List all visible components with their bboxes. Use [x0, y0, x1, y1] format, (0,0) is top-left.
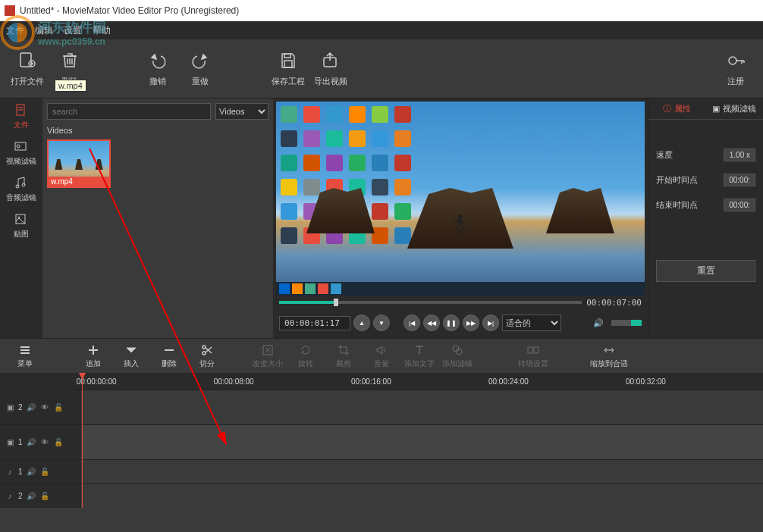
- preview-viewport[interactable]: [276, 102, 645, 296]
- svg-rect-32: [534, 347, 538, 353]
- export-video-button[interactable]: 导出视频: [309, 45, 352, 93]
- lock-icon[interactable]: 🔓: [39, 491, 50, 502]
- fit-select[interactable]: 适合的: [502, 315, 561, 331]
- rewind-button[interactable]: ◀◀: [423, 315, 440, 331]
- tab-sticker[interactable]: 贴图: [0, 208, 42, 244]
- split-icon: [200, 343, 214, 357]
- export-icon: [320, 50, 341, 71]
- video-track-icon: ▣: [5, 437, 15, 448]
- audio-track-icon: ♪: [5, 491, 15, 502]
- forward-button[interactable]: ▶▶: [463, 315, 479, 331]
- mute-icon[interactable]: 🔊: [26, 491, 36, 502]
- save-icon: [278, 50, 299, 71]
- side-tabs: 文件 视频滤镜 音频滤镜 贴图: [0, 99, 42, 338]
- svg-rect-7: [284, 54, 290, 58]
- save-project-button[interactable]: 保存工程: [267, 45, 309, 93]
- end-time-value[interactable]: 00:00:: [724, 199, 755, 211]
- video-track-1[interactable]: ▣1🔊👁🔓: [0, 424, 763, 459]
- eye-icon[interactable]: 👁: [39, 437, 50, 448]
- lock-icon[interactable]: 🔓: [53, 402, 64, 413]
- tab-properties[interactable]: ⓘ属性: [648, 99, 706, 119]
- tab-files[interactable]: 文件: [0, 99, 42, 135]
- skip-start-button[interactable]: |◀: [403, 315, 420, 331]
- category-select[interactable]: Videos: [215, 103, 268, 120]
- add-filter-icon: [451, 343, 464, 357]
- key-icon: [725, 50, 746, 71]
- timeline-ruler[interactable]: 00:00:00:00 00:00:08:00 00:00:16:00 00:0…: [0, 373, 763, 390]
- video-thumbnail[interactable]: w.mp4: [47, 139, 111, 188]
- lock-icon[interactable]: 🔓: [39, 467, 50, 477]
- open-icon: [17, 50, 38, 71]
- undo-button[interactable]: 撤销: [137, 45, 179, 93]
- undo-icon: [147, 50, 168, 71]
- end-time-label: 结束时间点: [656, 199, 698, 211]
- files-panel: Videos Videos w.mp4 w.mp4: [42, 99, 273, 338]
- menu-icon: [18, 343, 32, 357]
- redo-icon: [190, 50, 211, 71]
- audio-track-1[interactable]: ♪1🔊🔓: [0, 459, 763, 483]
- svg-point-10: [729, 57, 736, 64]
- eye-icon[interactable]: 👁: [39, 402, 50, 413]
- time-down-button[interactable]: ▼: [373, 315, 390, 331]
- resize-button: 改变大小: [249, 343, 287, 369]
- filter-icon: ▣: [712, 104, 720, 114]
- svg-point-26: [203, 346, 206, 349]
- insert-button[interactable]: 插入: [112, 343, 150, 369]
- volume-slider[interactable]: [611, 320, 642, 326]
- split-button[interactable]: 切分: [188, 343, 226, 369]
- redo-button[interactable]: 重做: [179, 45, 221, 93]
- total-time: 00:00:07:00: [586, 298, 642, 308]
- delete-clip-button[interactable]: 删除: [150, 343, 188, 369]
- main-toolbar: 打开文件 删除 撤销 重做 保存工程 导出视频 注册: [0, 39, 763, 99]
- trash-icon: [59, 50, 80, 71]
- speed-value[interactable]: 1.00 x: [724, 149, 755, 161]
- video-track-icon: ▣: [5, 402, 15, 413]
- timeline-toolbar: 菜单 追加 插入 删除 切分 改变大小 旋转 裁剪 音量 添加文字 添加滤镜 转…: [0, 338, 763, 373]
- transition-icon: [526, 343, 540, 357]
- titlebar: Untitled* - MovieMator Video Editor Pro …: [0, 0, 763, 21]
- tab-video-filters[interactable]: ▣视频滤镜: [706, 99, 764, 119]
- timeline-menu-button[interactable]: 菜单: [6, 343, 44, 369]
- svg-rect-8: [284, 61, 292, 67]
- add-text-button: 添加文字: [400, 343, 438, 369]
- svg-point-27: [203, 352, 206, 355]
- audio-track-2[interactable]: ♪2🔊🔓: [0, 483, 763, 508]
- tab-audio-filter[interactable]: 音频滤镜: [0, 171, 42, 208]
- plus-icon: [86, 343, 100, 357]
- rotate-button: 旋转: [287, 343, 325, 369]
- thumbnail-label: w.mp4: [49, 177, 109, 186]
- time-up-button[interactable]: ▲: [353, 315, 370, 331]
- tab-video-filter[interactable]: 视频滤镜: [0, 135, 42, 171]
- start-time-value[interactable]: 00:00:: [724, 174, 755, 186]
- search-input[interactable]: [47, 103, 211, 120]
- append-button[interactable]: 追加: [74, 343, 112, 369]
- open-file-button[interactable]: 打开文件: [6, 45, 49, 93]
- play-pause-button[interactable]: ❚❚: [443, 315, 460, 331]
- start-time-label: 开始时间点: [656, 174, 698, 186]
- zoom-fit-button[interactable]: 缩放到合适: [590, 343, 628, 369]
- mute-icon[interactable]: 🔊: [26, 467, 36, 477]
- insert-icon: [124, 343, 138, 357]
- video-filter-icon: [14, 139, 29, 155]
- register-button[interactable]: 注册: [714, 45, 757, 93]
- speaker-icon: [375, 343, 388, 357]
- minus-icon: [162, 343, 176, 357]
- current-time-input[interactable]: 00:00:01:17: [279, 316, 350, 330]
- video-track-2[interactable]: ▣2🔊👁🔓: [0, 390, 763, 424]
- skip-end-button[interactable]: ▶|: [482, 315, 499, 331]
- transition-button: 转场设置: [514, 343, 552, 369]
- file-icon: [14, 103, 29, 118]
- audio-track-icon: ♪: [5, 467, 15, 477]
- window-title: Untitled* - MovieMator Video Editor Pro …: [20, 5, 239, 16]
- mute-icon[interactable]: 🔊: [26, 402, 36, 413]
- svg-rect-31: [528, 347, 532, 353]
- preview-progress[interactable]: 00:00:07:00: [276, 297, 645, 308]
- resize-icon: [261, 343, 275, 357]
- reset-button[interactable]: 重置: [656, 260, 755, 282]
- mute-icon[interactable]: 🔊: [26, 437, 36, 448]
- text-icon: [413, 343, 426, 357]
- volume-icon[interactable]: 🔊: [593, 318, 604, 328]
- playhead[interactable]: [82, 373, 83, 508]
- lock-icon[interactable]: 🔓: [53, 437, 64, 448]
- music-icon: [14, 176, 29, 191]
